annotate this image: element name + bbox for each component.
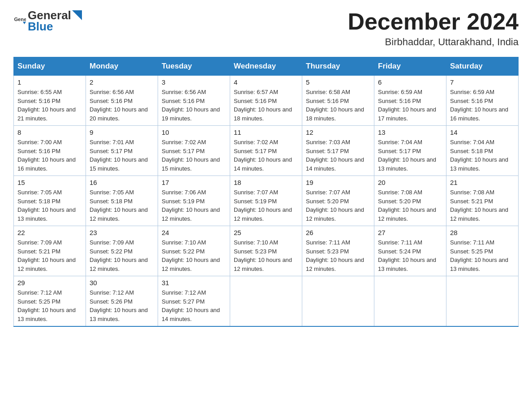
calendar-cell: 21Sunrise: 7:08 AMSunset: 5:21 PMDayligh… [446, 176, 519, 226]
calendar-cell: 7Sunrise: 6:59 AMSunset: 5:16 PMDaylight… [446, 76, 519, 126]
calendar-cell: 14Sunrise: 7:04 AMSunset: 5:18 PMDayligh… [446, 126, 519, 176]
svg-marker-1 [23, 21, 26, 24]
calendar-week-row: 22Sunrise: 7:09 AMSunset: 5:21 PMDayligh… [14, 226, 519, 276]
month-title: December 2024 [348, 9, 519, 34]
day-info: Sunrise: 6:57 AMSunset: 5:16 PMDaylight:… [234, 88, 298, 123]
calendar-cell: 3Sunrise: 6:56 AMSunset: 5:16 PMDaylight… [158, 76, 230, 126]
day-number: 30 [90, 279, 154, 287]
day-info: Sunrise: 7:05 AMSunset: 5:18 PMDaylight:… [90, 188, 154, 223]
day-info: Sunrise: 7:09 AMSunset: 5:22 PMDaylight:… [90, 238, 154, 273]
day-info: Sunrise: 7:12 AMSunset: 5:26 PMDaylight:… [90, 288, 154, 323]
day-number: 20 [378, 179, 442, 186]
calendar-cell: 26Sunrise: 7:11 AMSunset: 5:23 PMDayligh… [302, 226, 374, 276]
calendar-cell: 5Sunrise: 6:58 AMSunset: 5:16 PMDaylight… [302, 76, 374, 126]
day-info: Sunrise: 6:56 AMSunset: 5:16 PMDaylight:… [90, 88, 154, 123]
day-number: 8 [17, 128, 82, 136]
day-number: 10 [162, 128, 226, 136]
logo-icon: General [13, 15, 26, 27]
calendar-cell: 19Sunrise: 7:07 AMSunset: 5:20 PMDayligh… [302, 176, 374, 226]
day-number: 11 [234, 128, 298, 136]
calendar-header-row: SundayMondayTuesdayWednesdayThursdayFrid… [14, 57, 519, 76]
day-info: Sunrise: 7:00 AMSunset: 5:16 PMDaylight:… [17, 138, 82, 173]
day-number: 27 [378, 229, 442, 236]
day-info: Sunrise: 7:02 AMSunset: 5:17 PMDaylight:… [162, 138, 226, 173]
calendar-cell: 22Sunrise: 7:09 AMSunset: 5:21 PMDayligh… [14, 226, 86, 276]
day-header-sunday: Sunday [14, 57, 86, 76]
calendar-cell: 25Sunrise: 7:10 AMSunset: 5:23 PMDayligh… [230, 226, 302, 276]
day-number: 7 [450, 78, 515, 86]
day-info: Sunrise: 6:56 AMSunset: 5:16 PMDaylight:… [162, 88, 226, 123]
day-info: Sunrise: 7:03 AMSunset: 5:17 PMDaylight:… [306, 138, 370, 173]
calendar-cell: 2Sunrise: 6:56 AMSunset: 5:16 PMDaylight… [86, 76, 158, 126]
day-info: Sunrise: 7:02 AMSunset: 5:17 PMDaylight:… [234, 138, 298, 173]
day-info: Sunrise: 7:11 AMSunset: 5:25 PMDaylight:… [450, 238, 515, 273]
calendar-cell: 29Sunrise: 7:12 AMSunset: 5:25 PMDayligh… [14, 276, 86, 327]
logo-arrow-icon [72, 10, 82, 20]
day-info: Sunrise: 7:01 AMSunset: 5:17 PMDaylight:… [90, 138, 154, 173]
day-info: Sunrise: 7:11 AMSunset: 5:24 PMDaylight:… [378, 238, 442, 273]
day-header-friday: Friday [374, 57, 446, 76]
day-number: 9 [90, 128, 154, 136]
day-number: 17 [162, 179, 226, 186]
day-number: 25 [234, 229, 298, 236]
calendar-cell [374, 276, 446, 327]
day-number: 29 [17, 279, 82, 287]
page-header: General General Blue December 2024 Birbh… [13, 9, 519, 48]
day-info: Sunrise: 7:08 AMSunset: 5:21 PMDaylight:… [450, 188, 515, 223]
calendar-cell [302, 276, 374, 327]
day-number: 13 [378, 128, 442, 136]
title-area: December 2024 Birbhaddar, Uttarakhand, I… [348, 9, 519, 48]
calendar-cell: 30Sunrise: 7:12 AMSunset: 5:26 PMDayligh… [86, 276, 158, 327]
day-info: Sunrise: 7:10 AMSunset: 5:22 PMDaylight:… [162, 238, 226, 273]
calendar-cell: 12Sunrise: 7:03 AMSunset: 5:17 PMDayligh… [302, 126, 374, 176]
calendar-week-row: 15Sunrise: 7:05 AMSunset: 5:18 PMDayligh… [14, 176, 519, 226]
day-info: Sunrise: 7:06 AMSunset: 5:19 PMDaylight:… [162, 188, 226, 223]
calendar-week-row: 1Sunrise: 6:55 AMSunset: 5:16 PMDaylight… [14, 76, 519, 126]
day-number: 12 [306, 128, 370, 136]
day-header-thursday: Thursday [302, 57, 374, 76]
calendar-cell: 17Sunrise: 7:06 AMSunset: 5:19 PMDayligh… [158, 176, 230, 226]
svg-text:General: General [14, 17, 26, 22]
calendar-cell: 4Sunrise: 6:57 AMSunset: 5:16 PMDaylight… [230, 76, 302, 126]
day-info: Sunrise: 7:12 AMSunset: 5:27 PMDaylight:… [162, 288, 226, 323]
calendar-cell [230, 276, 302, 327]
location-text: Birbhaddar, Uttarakhand, India [348, 36, 519, 48]
calendar-cell: 20Sunrise: 7:08 AMSunset: 5:20 PMDayligh… [374, 176, 446, 226]
day-number: 28 [450, 229, 515, 236]
calendar-cell: 11Sunrise: 7:02 AMSunset: 5:17 PMDayligh… [230, 126, 302, 176]
calendar-cell: 6Sunrise: 6:59 AMSunset: 5:16 PMDaylight… [374, 76, 446, 126]
calendar-table: SundayMondayTuesdayWednesdayThursdayFrid… [13, 57, 519, 327]
day-number: 16 [90, 179, 154, 186]
svg-marker-2 [72, 10, 82, 20]
calendar-cell: 18Sunrise: 7:07 AMSunset: 5:19 PMDayligh… [230, 176, 302, 226]
calendar-cell: 1Sunrise: 6:55 AMSunset: 5:16 PMDaylight… [14, 76, 86, 126]
day-info: Sunrise: 7:10 AMSunset: 5:23 PMDaylight:… [234, 238, 298, 273]
day-number: 26 [306, 229, 370, 236]
day-number: 22 [17, 229, 82, 236]
day-number: 21 [450, 179, 515, 186]
calendar-cell: 24Sunrise: 7:10 AMSunset: 5:22 PMDayligh… [158, 226, 230, 276]
calendar-cell: 23Sunrise: 7:09 AMSunset: 5:22 PMDayligh… [86, 226, 158, 276]
day-number: 18 [234, 179, 298, 186]
calendar-cell: 31Sunrise: 7:12 AMSunset: 5:27 PMDayligh… [158, 276, 230, 327]
calendar-cell: 13Sunrise: 7:04 AMSunset: 5:17 PMDayligh… [374, 126, 446, 176]
calendar-cell: 8Sunrise: 7:00 AMSunset: 5:16 PMDaylight… [14, 126, 86, 176]
day-info: Sunrise: 7:12 AMSunset: 5:25 PMDaylight:… [17, 288, 82, 323]
day-number: 14 [450, 128, 515, 136]
day-header-monday: Monday [86, 57, 158, 76]
day-number: 2 [90, 78, 154, 86]
day-info: Sunrise: 7:07 AMSunset: 5:20 PMDaylight:… [306, 188, 370, 223]
calendar-cell [446, 276, 519, 327]
logo[interactable]: General General Blue [13, 9, 82, 33]
day-number: 1 [17, 78, 82, 86]
day-info: Sunrise: 6:55 AMSunset: 5:16 PMDaylight:… [17, 88, 82, 123]
day-info: Sunrise: 6:59 AMSunset: 5:16 PMDaylight:… [450, 88, 515, 123]
day-header-saturday: Saturday [446, 57, 519, 76]
day-header-wednesday: Wednesday [230, 57, 302, 76]
day-info: Sunrise: 7:08 AMSunset: 5:20 PMDaylight:… [378, 188, 442, 223]
calendar-cell: 28Sunrise: 7:11 AMSunset: 5:25 PMDayligh… [446, 226, 519, 276]
day-number: 3 [162, 78, 226, 86]
calendar-week-row: 29Sunrise: 7:12 AMSunset: 5:25 PMDayligh… [14, 276, 519, 327]
day-number: 6 [378, 78, 442, 86]
calendar-cell: 9Sunrise: 7:01 AMSunset: 5:17 PMDaylight… [86, 126, 158, 176]
